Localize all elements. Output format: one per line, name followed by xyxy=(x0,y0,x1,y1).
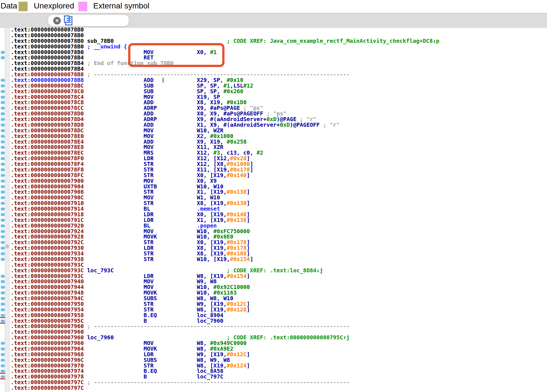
flow-arrow-icon xyxy=(1,280,3,283)
flow-arrow-icon xyxy=(1,213,3,216)
flow-arrow-icon xyxy=(1,375,3,378)
flow-arrow-icon xyxy=(1,180,3,182)
flow-arrow-icon xyxy=(1,252,3,255)
text-cursor xyxy=(163,78,163,83)
flow-arrow-icon xyxy=(1,96,3,99)
flow-arrow-icon xyxy=(1,297,3,300)
flow-arrow-icon xyxy=(1,163,3,166)
flow-arrow-icon xyxy=(1,51,3,54)
tab-bar: ✕ ✕Pseudocode-A✕Hex View-1✕AStructures✕E… xyxy=(0,13,547,28)
flow-arrow-icon xyxy=(1,258,3,261)
flow-arrow-icon xyxy=(1,303,3,306)
flow-arrow-icon xyxy=(1,359,3,362)
ida-view-icon xyxy=(65,16,72,25)
flow-arrow-icon xyxy=(1,101,3,104)
flow-arrow-icon xyxy=(1,314,3,317)
navband-legend: Data Unexplored External symbol xyxy=(0,0,547,13)
legend-label-external-symbol: External symbol xyxy=(93,1,149,10)
annotation-box xyxy=(128,43,224,67)
flow-arrow-icon xyxy=(1,141,3,143)
flow-arrow-icon xyxy=(1,230,3,233)
divider-comment: ; --------------------------------------… xyxy=(84,379,350,386)
flow-arrow-icon xyxy=(1,56,3,59)
jump-crossing-mark xyxy=(0,373,5,374)
flow-arrow-icon xyxy=(1,224,3,227)
flow-arrow-icon xyxy=(1,168,3,171)
flow-arrow-icon xyxy=(1,196,3,199)
flow-arrow-icon xyxy=(1,235,3,238)
flow-arrow-icon xyxy=(1,79,3,82)
flow-arrow-icon xyxy=(1,247,3,250)
flow-arrow-icon xyxy=(1,364,3,367)
disassembly-view[interactable]: .text:00000000000078B0.text:000000000000… xyxy=(0,28,547,392)
flow-arrow-icon xyxy=(1,291,3,294)
flow-arrow-icon xyxy=(1,90,3,93)
flow-arrow-icon xyxy=(1,157,3,160)
tab-ida-view-active[interactable]: ✕ xyxy=(48,15,129,26)
flow-arrow-icon xyxy=(1,152,3,154)
jump-crossing-mark xyxy=(0,378,5,379)
flow-arrow-icon xyxy=(1,275,3,278)
flow-arrow-icon xyxy=(1,146,3,149)
flow-arrow-icon xyxy=(1,219,3,222)
flow-arrow-icon xyxy=(1,174,3,177)
flow-arrow-icon xyxy=(1,107,3,110)
flow-arrow-icon xyxy=(1,118,3,121)
legend-swatch-external-symbol xyxy=(78,2,87,11)
flow-arrow-icon xyxy=(1,241,3,244)
legend-label-data: Data xyxy=(1,1,17,10)
flow-arrow-icon xyxy=(1,202,3,205)
flow-arrow-icon xyxy=(1,84,3,87)
ida-window: Data Unexplored External symbol ✕ ✕Pseud… xyxy=(0,0,547,392)
flow-arrow-icon xyxy=(1,191,3,193)
address-label: .text:000000000000797C xyxy=(11,385,84,391)
divider-comment: ; --------------------------------------… xyxy=(84,323,350,329)
flow-arrow-icon xyxy=(1,370,3,373)
flow-arrow-icon xyxy=(1,135,3,138)
xref-comment: ; CODE XREF: Java_com_example_rectf_Main… xyxy=(227,38,439,44)
legend-label-unexplored: Unexplored xyxy=(34,1,74,10)
flow-arrow-icon xyxy=(1,124,3,126)
asm-line[interactable]: .text:000000000000797C xyxy=(0,385,547,391)
flow-arrow-icon xyxy=(1,286,3,289)
legend-swatch-unexplored xyxy=(19,2,28,11)
close-icon[interactable]: ✕ xyxy=(53,17,61,24)
flow-arrow-icon xyxy=(1,129,3,132)
flow-arrow-icon xyxy=(1,342,3,345)
flow-arrow-icon xyxy=(1,353,3,356)
flow-arrow-icon xyxy=(1,308,3,311)
flow-arrow-icon xyxy=(1,348,3,350)
jump-crossing-mark xyxy=(0,323,5,324)
flow-arrow-icon xyxy=(1,320,3,322)
flow-arrow-icon xyxy=(1,112,3,115)
flow-arrow-icon xyxy=(1,208,3,210)
jump-crossing-mark xyxy=(0,317,5,318)
flow-arrow-icon xyxy=(1,185,3,188)
